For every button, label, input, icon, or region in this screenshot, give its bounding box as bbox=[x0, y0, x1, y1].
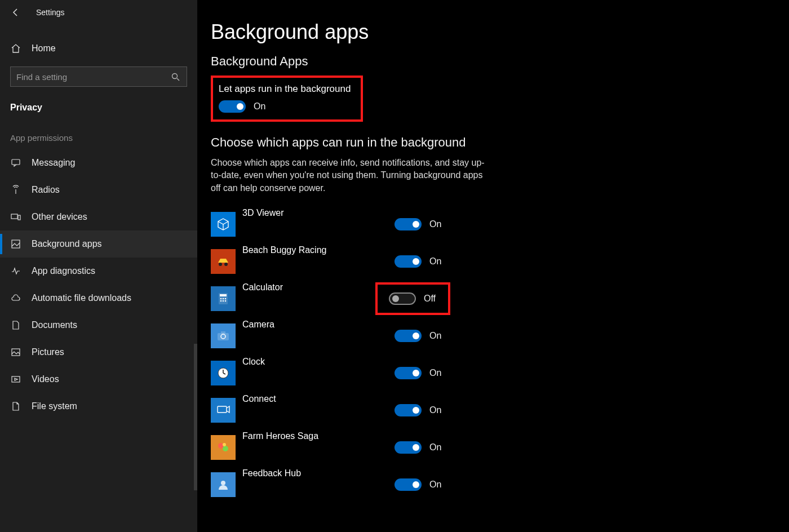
svg-point-16 bbox=[225, 300, 227, 302]
app-icon bbox=[211, 286, 236, 311]
app-list: 3D ViewerOnBeach Buggy RacingOnCalculato… bbox=[211, 206, 789, 503]
home-label: Home bbox=[32, 43, 56, 54]
arrow-left-icon bbox=[10, 7, 21, 18]
app-toggle[interactable] bbox=[394, 330, 422, 342]
app-row: CameraOn bbox=[211, 317, 789, 354]
search-input[interactable] bbox=[16, 72, 170, 82]
nav-label: Other devices bbox=[32, 212, 87, 222]
app-toggle-state: On bbox=[429, 405, 441, 415]
svg-point-24 bbox=[223, 446, 228, 451]
svg-point-26 bbox=[221, 481, 225, 485]
section-title-choose: Choose which apps can run in the backgro… bbox=[211, 135, 789, 150]
app-icon bbox=[211, 472, 236, 497]
app-toggle-state: Off bbox=[424, 294, 436, 304]
app-name: Calculator bbox=[242, 280, 389, 292]
app-row: ConnectOn bbox=[211, 392, 789, 429]
sidebar-item-background-apps[interactable]: Background apps bbox=[0, 230, 197, 258]
svg-rect-1 bbox=[12, 159, 20, 165]
video-icon bbox=[10, 374, 21, 385]
app-name: Connect bbox=[242, 392, 389, 404]
master-toggle-label: Let apps run in the background bbox=[219, 83, 351, 95]
app-toggle-state: On bbox=[429, 442, 441, 453]
app-toggle-state: On bbox=[429, 368, 441, 378]
diagnostics-icon bbox=[10, 265, 21, 277]
app-toggle[interactable] bbox=[394, 478, 422, 491]
nav-label: Documents bbox=[32, 320, 77, 330]
nav-label: File system bbox=[32, 401, 77, 411]
nav-label: App diagnostics bbox=[32, 266, 95, 276]
svg-rect-19 bbox=[221, 331, 225, 334]
background-icon bbox=[10, 238, 21, 250]
sidebar-item-home[interactable]: Home bbox=[0, 35, 197, 62]
window-title: Settings bbox=[36, 8, 65, 17]
app-toggle[interactable] bbox=[394, 255, 422, 268]
document-icon bbox=[10, 320, 21, 331]
back-button[interactable] bbox=[8, 5, 24, 20]
master-toggle-highlight: Let apps run in the background On bbox=[211, 76, 363, 122]
sidebar-item-videos[interactable]: Videos bbox=[0, 366, 197, 393]
nav-label: Automatic file downloads bbox=[32, 293, 131, 303]
chat-icon bbox=[10, 157, 21, 169]
section-title-bg-apps: Background Apps bbox=[211, 54, 789, 69]
nav-label: Messaging bbox=[32, 158, 75, 168]
app-toggle[interactable] bbox=[394, 441, 422, 454]
app-toggle-wrap: On bbox=[389, 363, 447, 383]
app-icon bbox=[211, 398, 236, 423]
page-title: Background apps bbox=[211, 20, 789, 44]
svg-point-8 bbox=[224, 263, 228, 266]
app-icon bbox=[211, 212, 236, 237]
app-toggle-state: On bbox=[429, 331, 441, 341]
cloud-icon bbox=[10, 292, 21, 304]
app-toggle[interactable] bbox=[389, 292, 416, 305]
app-name: Beach Buggy Racing bbox=[242, 243, 389, 255]
app-row: Beach Buggy RacingOn bbox=[211, 243, 789, 280]
app-icon bbox=[211, 435, 236, 460]
nav-label: Radios bbox=[32, 185, 60, 195]
svg-point-7 bbox=[219, 263, 222, 266]
sidebar-group-label: App permissions bbox=[0, 116, 197, 146]
sidebar-item-pictures[interactable]: Pictures bbox=[0, 339, 197, 366]
svg-point-0 bbox=[172, 73, 177, 78]
svg-point-15 bbox=[223, 300, 224, 302]
app-toggle-wrap: On bbox=[389, 215, 447, 234]
master-toggle[interactable] bbox=[219, 100, 246, 113]
svg-rect-22 bbox=[218, 406, 227, 413]
app-toggle[interactable] bbox=[394, 218, 422, 230]
svg-rect-3 bbox=[18, 215, 20, 220]
sidebar-category: Privacy bbox=[0, 87, 197, 116]
app-icon bbox=[211, 361, 236, 385]
app-toggle-wrap: On bbox=[389, 475, 447, 494]
sidebar-item-app-diagnostics[interactable]: App diagnostics bbox=[0, 258, 197, 285]
sidebar-item-messaging[interactable]: Messaging bbox=[0, 149, 197, 176]
nav-label: Pictures bbox=[32, 347, 64, 357]
sidebar-item-radios[interactable]: Radios bbox=[0, 176, 197, 203]
app-row: Feedback HubOn bbox=[211, 466, 789, 503]
app-toggle-state: On bbox=[429, 480, 441, 490]
search-icon bbox=[170, 71, 181, 82]
sidebar-item-auto-downloads[interactable]: Automatic file downloads bbox=[0, 285, 197, 312]
app-toggle[interactable] bbox=[394, 404, 422, 416]
main-panel: Background apps Background Apps Let apps… bbox=[197, 0, 789, 532]
sidebar-item-other-devices[interactable]: Other devices bbox=[0, 203, 197, 230]
app-name: Camera bbox=[242, 317, 389, 330]
app-toggle-state: On bbox=[429, 219, 441, 229]
app-icon bbox=[211, 249, 236, 274]
app-icon bbox=[211, 323, 236, 348]
search-box[interactable] bbox=[10, 66, 187, 87]
filesystem-icon bbox=[10, 401, 21, 412]
app-name: Farm Heroes Saga bbox=[242, 429, 389, 441]
nav-list: Messaging Radios Other devices Backgroun… bbox=[0, 149, 197, 420]
nav-label: Videos bbox=[32, 374, 59, 384]
home-icon bbox=[10, 43, 21, 54]
sidebar-item-file-system[interactable]: File system bbox=[0, 393, 197, 420]
svg-rect-10 bbox=[220, 294, 227, 296]
svg-point-14 bbox=[220, 300, 222, 302]
app-toggle-wrap: On bbox=[389, 438, 447, 457]
sidebar-item-documents[interactable]: Documents bbox=[0, 312, 197, 339]
app-toggle-wrap: On bbox=[389, 326, 447, 345]
master-toggle-state: On bbox=[254, 101, 265, 112]
svg-rect-2 bbox=[11, 214, 17, 219]
app-toggle[interactable] bbox=[394, 367, 422, 379]
radio-icon bbox=[10, 184, 21, 196]
devices-icon bbox=[10, 211, 21, 223]
